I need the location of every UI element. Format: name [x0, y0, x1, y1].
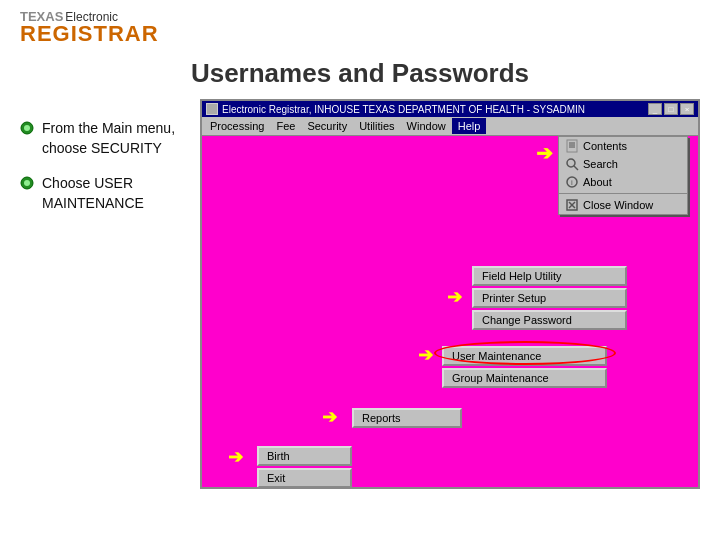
- maximize-button[interactable]: □: [664, 103, 678, 115]
- page-title: Usernames and Passwords: [191, 58, 529, 88]
- book-icon: [565, 139, 579, 153]
- arrow-reports: ➔: [322, 406, 337, 428]
- screenshot-window: Electronic Registrar, INHOUSE TEXAS DEPA…: [200, 99, 700, 489]
- exit-button[interactable]: Exit: [257, 468, 352, 488]
- menu-window[interactable]: Window: [401, 118, 452, 134]
- svg-rect-4: [567, 140, 577, 152]
- logo-registrar: REGISTRAR: [20, 23, 159, 45]
- group-maintenance-button[interactable]: Group Maintenance: [442, 368, 607, 388]
- bullet-text-1: From the Main menu, choose SECURITY: [42, 119, 180, 158]
- help-dropdown: Contents Search i About: [558, 136, 688, 215]
- close-button[interactable]: ×: [680, 103, 694, 115]
- menu-help[interactable]: Help: [452, 118, 487, 134]
- win-title: Electronic Registrar, INHOUSE TEXAS DEPA…: [222, 104, 585, 115]
- help-about[interactable]: i About: [559, 173, 687, 191]
- minimize-button[interactable]: _: [648, 103, 662, 115]
- reports-button[interactable]: Reports: [352, 408, 462, 428]
- menu-separator: [559, 193, 687, 194]
- menu-fee[interactable]: Fee: [270, 118, 301, 134]
- win-titlebar: Electronic Registrar, INHOUSE TEXAS DEPA…: [202, 101, 698, 117]
- user-maintenance-button[interactable]: User Maintenance: [442, 346, 607, 366]
- field-help-button[interactable]: Field Help Utility: [472, 266, 627, 286]
- left-panel: From the Main menu, choose SECURITY Choo…: [20, 99, 180, 489]
- svg-text:i: i: [571, 178, 573, 187]
- bullet-icon-2: [20, 176, 34, 190]
- close-window-item[interactable]: Close Window: [559, 196, 687, 214]
- app-icon: [206, 103, 218, 115]
- logo: TEXAS Electronic REGISTRAR: [20, 10, 159, 45]
- menu-utilities[interactable]: Utilities: [353, 118, 400, 134]
- win-controls: _ □ ×: [648, 103, 694, 115]
- change-password-button[interactable]: Change Password: [472, 310, 627, 330]
- svg-point-1: [24, 125, 30, 131]
- bullet-item-2: Choose USER MAINTENANCE: [20, 174, 180, 213]
- bullet-item-1: From the Main menu, choose SECURITY: [20, 119, 180, 158]
- menubar: Processing Fee Security Utilities Window…: [202, 117, 698, 136]
- arrow-security: ➔: [447, 286, 462, 308]
- help-search[interactable]: Search: [559, 155, 687, 173]
- info-icon: i: [565, 175, 579, 189]
- menu-processing[interactable]: Processing: [204, 118, 270, 134]
- svg-point-8: [567, 159, 575, 167]
- arrow-help: ➔: [536, 141, 553, 165]
- printer-setup-button[interactable]: Printer Setup: [472, 288, 627, 308]
- close-window-icon: [565, 198, 579, 212]
- main-content: From the Main menu, choose SECURITY Choo…: [0, 99, 720, 489]
- menu-security[interactable]: Security: [301, 118, 353, 134]
- svg-point-3: [24, 180, 30, 186]
- birth-button[interactable]: Birth: [257, 446, 352, 466]
- screen-content: Contents Search i About: [202, 136, 698, 482]
- arrow-bottom: ➔: [228, 446, 243, 468]
- bullet-text-2: Choose USER MAINTENANCE: [42, 174, 180, 213]
- header: TEXAS Electronic REGISTRAR: [0, 0, 720, 50]
- page-title-area: Usernames and Passwords: [0, 50, 720, 99]
- arrow-maintenance: ➔: [418, 344, 433, 366]
- help-contents[interactable]: Contents: [559, 137, 687, 155]
- search-icon: [565, 157, 579, 171]
- bullet-icon-1: [20, 121, 34, 135]
- svg-line-9: [574, 166, 578, 170]
